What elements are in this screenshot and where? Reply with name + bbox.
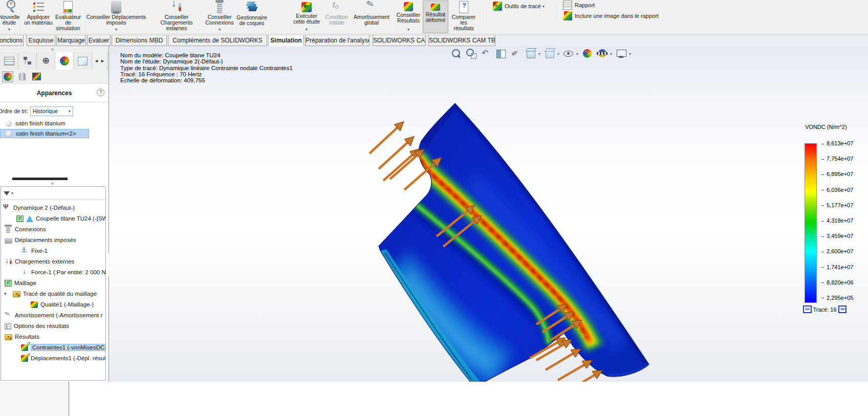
include-image-icon bbox=[563, 11, 572, 20]
include-image-report-button[interactable]: Inclure une image dans le rapport bbox=[563, 11, 659, 20]
tab-solidworks-cam-tbm[interactable]: SOLIDWORKS CAM TBM bbox=[428, 35, 495, 46]
tab-marquage[interactable]: Marquage bbox=[56, 35, 86, 46]
fixtures-advisor-button[interactable]: Conseiller Déplacements imposés ▾ bbox=[84, 1, 148, 33]
results-advisor-button[interactable]: Conseiller Résultats ▾ bbox=[394, 1, 423, 33]
tree-item-deplacements1[interactable]: Déplacements1 (-Dépl. résulta bbox=[1, 353, 105, 363]
model-3d[interactable] bbox=[109, 46, 868, 382]
panel-splitter-handle[interactable] bbox=[0, 46, 108, 52]
load-arrow bbox=[546, 353, 575, 370]
tree-item-connexions[interactable]: Connexions bbox=[1, 224, 105, 234]
tab-evaluer[interactable]: Evaluer bbox=[87, 35, 111, 46]
tab-complements-solidworks[interactable]: Compléments de SOLIDWORKS bbox=[168, 35, 267, 46]
tab-preparation-analyse[interactable]: Préparation de l'analyse bbox=[305, 35, 370, 46]
arrow-left-icon[interactable]: ◄ bbox=[94, 58, 99, 63]
solidworks-window: Nouvelle étude ▾ Appliquer un matériau E… bbox=[0, 0, 868, 416]
appearance-item-selected[interactable]: satin finish titanium<2> bbox=[0, 129, 89, 138]
appearance-item[interactable]: satin finish titanium bbox=[0, 119, 108, 128]
chevron-down-icon: ▾ bbox=[542, 4, 545, 9]
damping-icon bbox=[5, 311, 12, 319]
external-loads-advisor-button[interactable]: Conseiller Chargements externes ▾ bbox=[149, 1, 204, 33]
compare-results-button[interactable]: Comparer les résultats bbox=[449, 1, 478, 33]
plot-step-navigator: << Tracé: 16 >> bbox=[803, 305, 847, 313]
previous-plot-button[interactable]: << bbox=[803, 305, 812, 313]
tab-dimxpert[interactable] bbox=[74, 52, 92, 70]
tab-fonctions[interactable]: Fonctions bbox=[0, 35, 24, 46]
tree-item-study[interactable]: Dynamique 2 (-Défaut-) bbox=[1, 202, 105, 213]
study-icon bbox=[3, 204, 11, 211]
tree-item-amortissement[interactable]: Amortissement (-Amortissement r bbox=[1, 310, 105, 320]
ribbon-label: Evaluateur de simulation bbox=[53, 14, 83, 31]
color-tool-button[interactable] bbox=[2, 71, 13, 82]
material-tool-button[interactable] bbox=[16, 71, 28, 82]
tree-item-mesh-quality-folder[interactable]: ▾Tracé de qualité du maillage bbox=[1, 288, 105, 299]
sort-order-label: Ordre de tri: bbox=[0, 108, 28, 114]
tree-item-part[interactable]: Coupelle titane TU24 (-[SW]Ti bbox=[1, 213, 105, 224]
scene-tool-button[interactable] bbox=[31, 71, 42, 82]
report-button[interactable]: Rapport bbox=[563, 1, 595, 10]
report-icon bbox=[563, 1, 572, 10]
tab-configurations[interactable] bbox=[37, 52, 55, 70]
tab-dimensions-mbd[interactable]: Dimensions MBD bbox=[112, 35, 167, 46]
tree-item-fixtures[interactable]: Déplacements imposés bbox=[1, 234, 105, 245]
mesh-quality-folder-icon bbox=[13, 291, 20, 297]
shell-manager-icon bbox=[246, 2, 255, 6]
tab-property-manager[interactable] bbox=[18, 52, 37, 70]
tree-item-qualite1[interactable]: Qualité1 (-Maillage-) bbox=[1, 299, 105, 310]
graphics-viewport[interactable]: Nom du modèle: Coupelle titane TU24 Nom … bbox=[109, 46, 868, 382]
dimxpert-box-icon bbox=[78, 57, 88, 65]
appearance-label: satin finish titanium<2> bbox=[16, 130, 76, 137]
tree-item-resultats[interactable]: Résultats bbox=[1, 331, 105, 342]
simulation-evaluator-button[interactable]: Evaluateur de simulation bbox=[53, 1, 83, 33]
tree-item-force1[interactable]: Force-1 (:Par entité: 2 000 N:) bbox=[1, 267, 105, 277]
horizontal-splitter[interactable] bbox=[12, 178, 68, 180]
tree-item-external-loads[interactable]: Chargements externes bbox=[1, 256, 105, 267]
plot-step-label: Tracé: 16 bbox=[813, 306, 837, 313]
chevron-down-icon: ▾ bbox=[115, 27, 117, 32]
ribbon-label: Nouvelle étude bbox=[0, 14, 23, 26]
chevron-down-icon: ▾ bbox=[176, 27, 178, 32]
next-plot-button[interactable]: >> bbox=[838, 305, 847, 313]
ribbon-separator bbox=[392, 2, 393, 32]
mesh-check-icon bbox=[16, 215, 24, 222]
tree-item-contraintes1[interactable]: Contraintes1 (-vonMisesDC-) bbox=[1, 342, 105, 353]
tab-simulation[interactable]: Simulation bbox=[268, 35, 304, 46]
legend-value: 6,895e+07 bbox=[821, 171, 853, 177]
ribbon-label: Exécuter cette étude bbox=[292, 13, 321, 25]
ribbon-separator bbox=[83, 2, 83, 32]
grip-dot-icon bbox=[51, 182, 54, 185]
tab-esquisse[interactable]: Esquisse bbox=[27, 35, 55, 46]
tree-filter-row: ▾ bbox=[1, 187, 105, 200]
deformed-result-button[interactable]: Résultat déformé bbox=[423, 1, 448, 33]
new-study-button[interactable]: Nouvelle étude ▾ bbox=[0, 1, 23, 33]
tree-item-fixe1[interactable]: Fixe-1 bbox=[1, 245, 105, 256]
chevron-down-icon: ▾ bbox=[407, 27, 409, 32]
chevron-down-icon: ▾ bbox=[306, 27, 308, 32]
feature-manager-panel: ◄► Apparences ? Ordre de tri: Historique… bbox=[0, 46, 109, 382]
run-study-button[interactable]: Exécuter cette étude ▾ bbox=[292, 1, 321, 33]
expander-icon[interactable]: ▾ bbox=[4, 291, 7, 296]
tree-item-maillage[interactable]: Maillage bbox=[1, 277, 105, 288]
tab-feature-tree[interactable] bbox=[0, 52, 18, 70]
displacement-plot-icon bbox=[21, 355, 28, 362]
plot-tools-button[interactable]: Outils de tracé ▾ bbox=[493, 2, 546, 11]
arrow-right-icon[interactable]: ► bbox=[100, 58, 105, 63]
tab-solidworks-cam[interactable]: SOLIDWORKS CAM bbox=[373, 35, 426, 46]
global-damping-button[interactable]: Amortissement global bbox=[352, 1, 391, 33]
filter-funnel-icon[interactable] bbox=[4, 191, 10, 199]
ribbon-label: Amortissement global bbox=[352, 14, 391, 26]
material-cylinder-icon bbox=[19, 73, 26, 81]
legend-value: 6,036e+07 bbox=[821, 187, 853, 193]
ribbon-label: Comparer les résultats bbox=[449, 14, 478, 31]
connections-advisor-icon bbox=[217, 1, 222, 13]
tab-appearances[interactable] bbox=[55, 52, 74, 70]
tree-item-options-resultats[interactable]: Options des résultats bbox=[1, 320, 105, 331]
help-icon[interactable]: ? bbox=[97, 89, 104, 96]
shell-manager-button[interactable]: Gestionnaire de coques bbox=[234, 1, 269, 33]
apply-material-button[interactable]: Appliquer un matériau bbox=[24, 1, 53, 33]
external-loads-icon bbox=[5, 257, 12, 265]
ribbon-label: Gestionnaire de coques bbox=[234, 15, 269, 26]
connections-advisor-button[interactable]: Conseiller Connexions ▾ bbox=[205, 1, 234, 33]
panel-tab-scroll[interactable]: ◄► bbox=[92, 52, 107, 70]
sort-order-select[interactable]: Historique ▾ bbox=[30, 106, 73, 116]
new-study-icon bbox=[3, 1, 15, 13]
